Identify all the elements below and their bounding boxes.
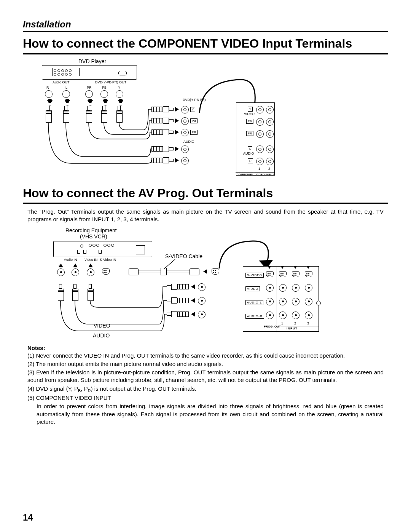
arrow-ar bbox=[175, 158, 179, 163]
panel-l: L bbox=[248, 146, 252, 151]
rca-right-y bbox=[181, 106, 189, 113]
panel-audio-label: AUDIO bbox=[243, 152, 254, 155]
panel2-c3: 3 bbox=[307, 321, 309, 325]
heading-av-prog-out: How to connect the AV Prog. Out Terminal… bbox=[23, 186, 388, 204]
panel2-c1: 1 bbox=[281, 321, 283, 325]
plug-h-ar bbox=[151, 158, 174, 163]
plug-h-audio-r bbox=[167, 312, 189, 317]
note-4: (4) DVD signal (Y, PB, PR) is not output… bbox=[27, 385, 384, 394]
panel-pr: PR bbox=[246, 131, 253, 136]
panel-video-label: VIDEO bbox=[244, 112, 255, 116]
panel-footer-1: COMPONENT VIDEO INPUT bbox=[236, 172, 275, 176]
page-number: 14 bbox=[23, 512, 33, 523]
plug-h-y bbox=[151, 107, 174, 112]
video-cable-label: VIDEO bbox=[94, 323, 110, 329]
panel-c2: 2 bbox=[268, 167, 270, 171]
panel-rca-pr2 bbox=[266, 130, 274, 138]
panel-rca-pb2 bbox=[266, 118, 274, 126]
arrow-video bbox=[191, 284, 195, 289]
rca-progout-ar bbox=[198, 311, 206, 318]
notes-list: (1) Never connect the VIDEO IN and Prog.… bbox=[27, 352, 384, 426]
panel-video-label2: VIDEO bbox=[245, 286, 260, 291]
panel-input: INPUT bbox=[287, 327, 298, 330]
panel-al-1 bbox=[279, 298, 287, 305]
panel-al-3 bbox=[305, 298, 312, 305]
plug-h-pr bbox=[151, 129, 174, 135]
rca-right-ar bbox=[181, 157, 189, 165]
arrow-y bbox=[175, 107, 179, 112]
panel-rca-r1 bbox=[256, 158, 264, 165]
note-5a: (5) COMPONENT VIDEO INPUT bbox=[27, 394, 384, 402]
tv-panel-2: S-VIDEO VIDEO AUDIO-L AUDIO-R bbox=[243, 266, 319, 332]
panel-ar-2 bbox=[292, 312, 299, 319]
note-5b: In order to prevent colors from interfer… bbox=[27, 403, 384, 426]
plug-h-pb bbox=[151, 118, 174, 123]
panel-sv-1 bbox=[279, 271, 287, 277]
plug-h-video bbox=[167, 284, 189, 289]
panel-y: Y bbox=[248, 107, 253, 112]
note-3: (3) Even if the television is in picture… bbox=[27, 369, 384, 384]
panel-rca-pr1 bbox=[256, 130, 264, 138]
panel-ar-3 bbox=[305, 312, 312, 319]
page: Installation How to connect the COMPONEN… bbox=[0, 0, 411, 532]
rca-right-al bbox=[181, 145, 189, 153]
note-1: (1) Never connect the VIDEO IN and Prog.… bbox=[27, 352, 384, 359]
panel-ar-1 bbox=[279, 312, 287, 319]
panel-ar-0 bbox=[266, 312, 274, 319]
panel-al-0 bbox=[266, 298, 274, 305]
panel-prog-out: PROG. OUT bbox=[264, 325, 275, 328]
panel-r: R bbox=[248, 158, 253, 163]
plug-h-audio-l bbox=[167, 298, 189, 303]
panel-v-3 bbox=[305, 284, 312, 292]
section-label: Installation bbox=[23, 19, 388, 32]
rca-progout-al bbox=[198, 297, 206, 305]
diagram-av-prog-out: Recording Equipment (VHS VCR) Audio IN R… bbox=[23, 227, 388, 342]
panel-rca-r2 bbox=[266, 158, 274, 165]
panel-audio-l-label: AUDIO-L bbox=[245, 300, 263, 305]
panel-sv-0 bbox=[266, 271, 274, 277]
rca-right-pb bbox=[181, 117, 189, 125]
rca-right-pr bbox=[181, 129, 189, 136]
panel-rca-l1 bbox=[256, 145, 264, 153]
note-2: (2) The monitor output emits the main pi… bbox=[27, 360, 384, 368]
audio-cable-label: AUDIO bbox=[93, 332, 110, 339]
panel-rca-y1 bbox=[256, 106, 264, 113]
right-audio-label: AUDIO bbox=[183, 140, 194, 144]
notes-heading: Notes: bbox=[27, 345, 384, 351]
panel-sv-3 bbox=[305, 271, 312, 277]
arrow-pr bbox=[175, 130, 179, 134]
panel-rca-l2 bbox=[266, 145, 274, 153]
diagram-component-video: DVD Player Audio OUT R L bbox=[23, 58, 388, 180]
panel-rca-pb1 bbox=[256, 118, 264, 126]
panel-c1: 1 bbox=[258, 167, 260, 171]
plug-h-al bbox=[151, 146, 174, 152]
tv-panel-1: Y VIDEO PB PR L AUDIO R 1 2 COMPONENT VI… bbox=[236, 102, 275, 176]
panel-v-1 bbox=[279, 284, 287, 292]
arrow-pb bbox=[175, 118, 179, 123]
arrow-al bbox=[175, 147, 179, 151]
tag-pr: PR bbox=[190, 130, 198, 135]
arrow-audio-l bbox=[191, 298, 195, 303]
av-intro-text: The “Prog. Out” Terminals output the sam… bbox=[27, 208, 384, 224]
panel-v-0 bbox=[266, 284, 274, 292]
rca-progout-video bbox=[198, 283, 206, 291]
panel-pb: PB bbox=[246, 119, 253, 124]
panel-svideo-label: S-VIDEO bbox=[245, 273, 264, 278]
panel-al-2 bbox=[292, 298, 299, 305]
heading-component-video: How to connect the COMPONENT VIDEO Input… bbox=[23, 37, 388, 54]
panel-sv-2 bbox=[292, 271, 299, 277]
panel2-c2: 2 bbox=[294, 321, 296, 325]
panel-v-2 bbox=[292, 284, 299, 292]
panel-audio-r-label: AUDIO-R bbox=[245, 314, 264, 319]
arrow-audio-r bbox=[191, 312, 195, 316]
panel-rca-y2 bbox=[266, 106, 274, 113]
